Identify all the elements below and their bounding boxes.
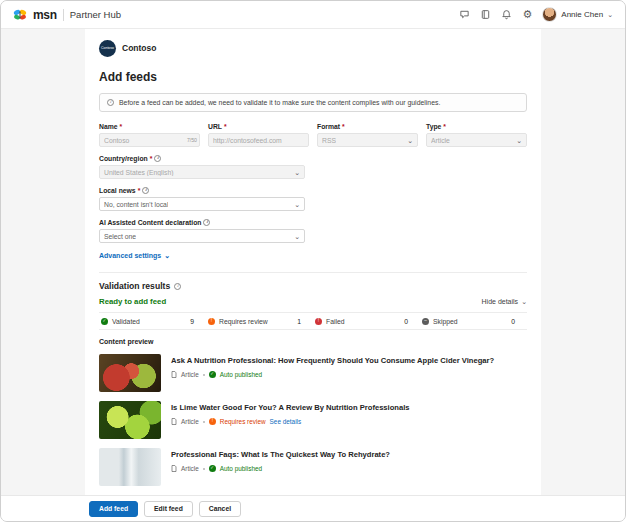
org-selector[interactable]: Contoso Contoso (99, 39, 527, 57)
stat-count: 0 (511, 318, 515, 325)
required-marker: * (138, 187, 141, 194)
chevron-down-icon (294, 201, 300, 208)
info-icon[interactable] (203, 219, 210, 226)
required-marker: * (120, 123, 123, 130)
article-type: Article (181, 465, 199, 472)
country-field-group: Country/region * United States (English) (99, 155, 305, 179)
partner-hub-window: msn Partner Hub ⚙ Annie Chen (0, 0, 626, 522)
brand-area: msn Partner Hub (13, 8, 121, 22)
format-field-group: Format * RSS (317, 123, 418, 147)
preview-item: Professional Faqs: What Is The Quickest … (99, 448, 527, 486)
chevron-down-icon (521, 298, 527, 305)
main-area: Contoso Contoso Add feeds Before a feed … (1, 29, 625, 522)
article-title: Ask A Nutrition Professional: How Freque… (171, 356, 494, 365)
ai-declaration-field-group: AI Assisted Content declaration Select o… (99, 219, 305, 243)
msn-logo-icon (13, 9, 27, 21)
validation-status-row: Ready to add feed Hide details (99, 297, 527, 306)
preview-item: Is Lime Water Good For You? A Review By … (99, 401, 527, 439)
settings-icon[interactable]: ⚙ (522, 9, 532, 20)
validation-status: Ready to add feed (99, 297, 166, 306)
article-icon (171, 371, 177, 378)
article-icon (171, 418, 177, 425)
ai-declaration-label: AI Assisted Content declaration (99, 219, 305, 226)
country-dropdown[interactable]: United States (English) (99, 165, 305, 179)
org-avatar: Contoso (99, 40, 116, 57)
chevron-down-icon (164, 252, 170, 259)
required-marker: * (150, 155, 153, 162)
article-status: Auto published (220, 465, 262, 472)
section-divider (99, 272, 527, 273)
format-dropdown[interactable]: RSS (317, 133, 418, 147)
user-name: Annie Chen (561, 10, 603, 19)
type-label: Type * (426, 123, 527, 130)
chevron-down-icon (294, 169, 300, 176)
local-news-label: Local news * (99, 187, 305, 194)
required-marker: * (224, 123, 227, 130)
stat-count: 9 (190, 318, 194, 325)
edit-feed-button[interactable]: Edit feed (144, 501, 193, 517)
stat-count: 0 (404, 318, 408, 325)
content-preview-title: Content preview (99, 338, 527, 345)
stat-skipped: Skipped 0 (420, 318, 527, 325)
product-name: Partner Hub (70, 9, 121, 20)
validation-info-banner: Before a feed can be added, we need to v… (99, 93, 527, 112)
article-title: Professional Faqs: What Is The Quickest … (171, 450, 390, 459)
banner-text: Before a feed can be added, we need to v… (119, 99, 440, 106)
hide-details-toggle[interactable]: Hide details (482, 298, 527, 305)
name-input[interactable] (99, 133, 200, 147)
cancel-button[interactable]: Cancel (199, 501, 241, 517)
url-input[interactable] (208, 133, 309, 147)
info-icon[interactable] (154, 155, 161, 162)
chevron-down-icon (294, 233, 300, 240)
article-thumbnail (99, 448, 161, 486)
info-icon (107, 99, 114, 106)
chevron-down-icon (407, 137, 413, 144)
directory-icon[interactable] (480, 9, 491, 20)
add-feed-button[interactable]: Add feed (89, 501, 138, 517)
stat-count: 1 (297, 318, 301, 325)
dot-separator-icon (203, 374, 205, 376)
advanced-settings-link[interactable]: Advanced settings (99, 252, 170, 259)
preview-item: Ask A Nutrition Professional: How Freque… (99, 354, 527, 392)
stat-requires-review: Requires review 1 (206, 318, 313, 325)
required-marker: * (342, 123, 345, 130)
brand-divider (63, 9, 64, 21)
validation-results-title: Validation results (99, 281, 170, 291)
char-counter: 7/50 (187, 137, 197, 143)
feedback-icon[interactable] (459, 9, 470, 20)
see-details-link[interactable]: See details (270, 418, 302, 425)
warning-circle-icon (208, 318, 215, 325)
check-circle-icon (101, 318, 108, 325)
chevron-down-icon (607, 11, 613, 18)
brand-name: msn (33, 8, 57, 22)
add-feeds-panel: Contoso Contoso Add feeds Before a feed … (85, 29, 541, 522)
notifications-icon[interactable] (501, 9, 512, 20)
article-status: Auto published (220, 371, 262, 378)
country-label: Country/region * (99, 155, 305, 162)
feed-form: Name * 7/50 URL * (99, 123, 527, 262)
stat-failed: Failed 0 (313, 318, 420, 325)
check-circle-icon (209, 371, 216, 378)
action-bar: Add feed Edit feed Cancel (1, 495, 625, 521)
url-field-group: URL * (208, 123, 309, 147)
name-field-group: Name * 7/50 (99, 123, 200, 147)
article-title: Is Lime Water Good For You? A Review By … (171, 403, 410, 412)
warning-circle-icon (209, 418, 216, 425)
validation-stats-bar: Validated 9 Requires review 1 Failed 0 S… (99, 312, 527, 330)
type-dropdown[interactable]: Article (426, 133, 527, 147)
info-icon[interactable] (142, 187, 149, 194)
info-icon[interactable] (174, 283, 181, 290)
org-name: Contoso (122, 43, 156, 53)
ai-declaration-dropdown[interactable]: Select one (99, 229, 305, 243)
user-menu[interactable]: Annie Chen (542, 7, 613, 22)
chevron-down-icon (516, 137, 522, 144)
article-status: Requires review (220, 418, 266, 425)
required-marker: * (443, 123, 446, 130)
local-news-dropdown[interactable]: No, content isn't local (99, 197, 305, 211)
skipped-circle-icon (422, 318, 429, 325)
url-label: URL * (208, 123, 309, 130)
name-label: Name * (99, 123, 200, 130)
format-label: Format * (317, 123, 418, 130)
user-avatar (542, 7, 557, 22)
page-title: Add feeds (99, 70, 527, 84)
